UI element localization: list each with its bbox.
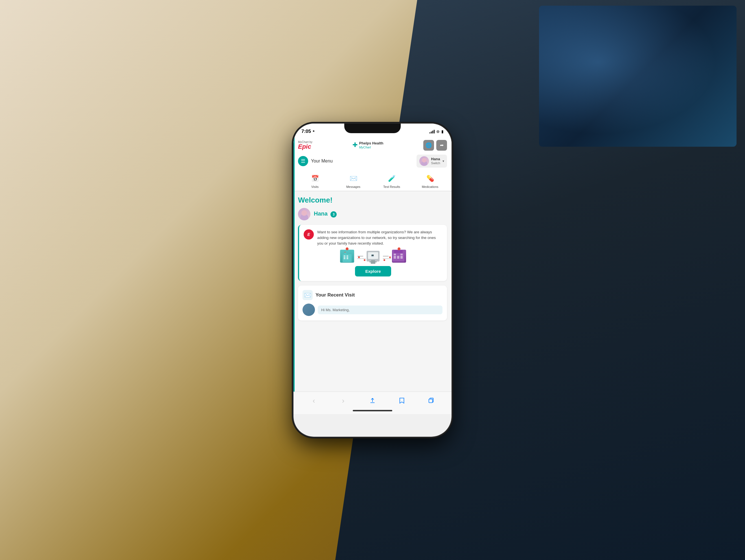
nav-medications[interactable]: 💊 Medications bbox=[411, 173, 449, 189]
svg-rect-4 bbox=[347, 257, 348, 259]
visits-label: Visits bbox=[311, 185, 319, 189]
phelps-text: Phelps Health MyChart bbox=[359, 141, 384, 149]
forward-button[interactable]: › bbox=[338, 396, 348, 406]
nav-test-results[interactable]: 🧪 Test Results bbox=[372, 173, 411, 189]
user-name-display: Hana bbox=[431, 157, 440, 161]
nav-messages[interactable]: ✉️ Messages bbox=[334, 173, 372, 189]
svg-point-18 bbox=[389, 257, 391, 258]
tabs-button[interactable] bbox=[426, 396, 436, 406]
avatar-face bbox=[419, 156, 429, 166]
header-top: MyChart by Epic ✚ Phelps Health MyChart bbox=[293, 137, 452, 153]
status-time: 7:05 bbox=[301, 129, 316, 134]
tabs-icon bbox=[428, 397, 434, 404]
svg-rect-13 bbox=[371, 260, 375, 262]
svg-text:💻: 💻 bbox=[371, 254, 375, 257]
hamburger-icon: ☰ bbox=[298, 156, 308, 166]
visit-card-header: ✉️ Your Recent Visit bbox=[302, 290, 443, 300]
visit-message-preview: Hi Ms. Marketing, bbox=[318, 305, 443, 314]
forward-icon: › bbox=[342, 396, 345, 405]
svg-rect-6 bbox=[347, 255, 348, 257]
welcome-title: Welcome! bbox=[298, 196, 447, 204]
network-illustration: 💻 bbox=[304, 250, 443, 263]
visit-card: ✉️ Your Recent Visit Hi Ms. Marketing, bbox=[298, 286, 447, 321]
screen-content: MyChart by Epic ✚ Phelps Health MyChart bbox=[293, 137, 452, 414]
visit-card-title: Your Recent Visit bbox=[316, 292, 355, 298]
network-connector-2 bbox=[383, 256, 389, 257]
phone-device: 7:05 ⊛ ▮ bbox=[293, 124, 452, 437]
nav-visits[interactable]: 📅 Visits bbox=[296, 173, 334, 189]
share-icon bbox=[369, 397, 376, 404]
phelps-health-label: Phelps Health bbox=[359, 141, 384, 145]
user-switch-label: Switch bbox=[431, 161, 440, 165]
cross-icon: ✚ bbox=[353, 141, 358, 149]
svg-rect-5 bbox=[344, 255, 346, 257]
bookmarks-button[interactable] bbox=[397, 396, 407, 406]
battery-icon: ▮ bbox=[441, 129, 444, 134]
visits-icon: 📅 bbox=[310, 173, 320, 184]
svg-point-17 bbox=[384, 259, 385, 261]
header-actions: 🌐 ➦ bbox=[423, 140, 447, 151]
notification-badge: 3 bbox=[330, 211, 337, 218]
svg-rect-2 bbox=[344, 253, 347, 254]
medications-label: Medications bbox=[422, 185, 439, 189]
back-button[interactable]: ‹ bbox=[309, 396, 319, 406]
doctor-avatar bbox=[302, 303, 315, 316]
svg-rect-27 bbox=[429, 399, 432, 403]
quick-nav: 📅 Visits ✉️ Messages 🧪 Test Results bbox=[293, 170, 452, 191]
epic-wordmark: Epic bbox=[298, 143, 313, 150]
envelope-icon: ✉️ bbox=[302, 290, 313, 300]
svg-rect-23 bbox=[400, 256, 403, 259]
card-header-row: E Want to see information from multiple … bbox=[304, 229, 443, 246]
network-connector bbox=[358, 256, 363, 257]
user-profile-button[interactable]: Hana Switch ▾ bbox=[417, 155, 447, 168]
doctor-preview: Hi Ms. Marketing, bbox=[302, 303, 443, 316]
hamburger-lines: ☰ bbox=[301, 158, 305, 164]
card-body-text: Want to see information from multiple or… bbox=[317, 229, 443, 246]
back-icon: ‹ bbox=[313, 396, 315, 405]
phelps-mychart-label: MyChart bbox=[359, 145, 384, 149]
svg-rect-21 bbox=[394, 256, 396, 259]
chevron-down-icon: ▾ bbox=[443, 159, 444, 163]
phelps-logo: ✚ Phelps Health MyChart bbox=[353, 141, 384, 149]
hospital-building-icon bbox=[340, 250, 354, 263]
menu-label: Your Menu bbox=[311, 159, 333, 164]
main-scroll-area: Welcome! Hana 3 E Want bbox=[293, 191, 452, 414]
globe-icon: 🌐 bbox=[426, 142, 432, 149]
status-icons: ⊛ ▮ bbox=[429, 129, 444, 134]
app-header: MyChart by Epic ✚ Phelps Health MyChart bbox=[293, 137, 452, 191]
test-results-label: Test Results bbox=[383, 185, 400, 189]
signal-icon bbox=[429, 130, 434, 133]
time-display: 7:05 bbox=[301, 129, 311, 134]
epic-logo-small: E bbox=[304, 229, 314, 239]
phone-screen: 7:05 ⊛ ▮ bbox=[293, 124, 452, 437]
globe-button[interactable]: 🌐 bbox=[423, 140, 434, 151]
computer-monitor-icon: 💻 bbox=[366, 251, 380, 262]
medications-icon: 💊 bbox=[425, 173, 435, 184]
explore-button[interactable]: Explore bbox=[355, 266, 391, 276]
test-results-icon: 🧪 bbox=[386, 173, 397, 184]
signout-icon: ➦ bbox=[440, 142, 444, 148]
bookmarks-icon bbox=[399, 397, 405, 404]
share-button[interactable] bbox=[367, 396, 378, 406]
greeting-name-row: Hana 3 bbox=[314, 210, 337, 218]
svg-point-10 bbox=[364, 259, 365, 261]
svg-rect-14 bbox=[369, 262, 377, 262]
avatar bbox=[419, 156, 429, 166]
signout-button[interactable]: ➦ bbox=[436, 140, 447, 151]
menu-button[interactable]: ☰ Your Menu bbox=[298, 156, 333, 166]
home-indicator bbox=[353, 410, 392, 411]
svg-point-9 bbox=[358, 257, 360, 258]
mychart-logo: MyChart by Epic bbox=[298, 141, 313, 150]
svg-rect-24 bbox=[394, 254, 396, 255]
user-name-block: Hana Switch bbox=[431, 157, 440, 165]
greeting-avatar bbox=[298, 208, 311, 220]
svg-point-26 bbox=[397, 250, 399, 250]
wifi-icon: ⊛ bbox=[436, 129, 440, 134]
user-menu-row: ☰ Your Menu Hana Switch bbox=[293, 153, 452, 170]
card-accent bbox=[293, 191, 295, 414]
info-card: E Want to see information from multiple … bbox=[298, 225, 447, 281]
svg-rect-25 bbox=[400, 254, 403, 255]
greeting-name: Hana bbox=[314, 210, 328, 217]
svg-rect-22 bbox=[397, 256, 399, 259]
messages-label: Messages bbox=[346, 185, 360, 189]
